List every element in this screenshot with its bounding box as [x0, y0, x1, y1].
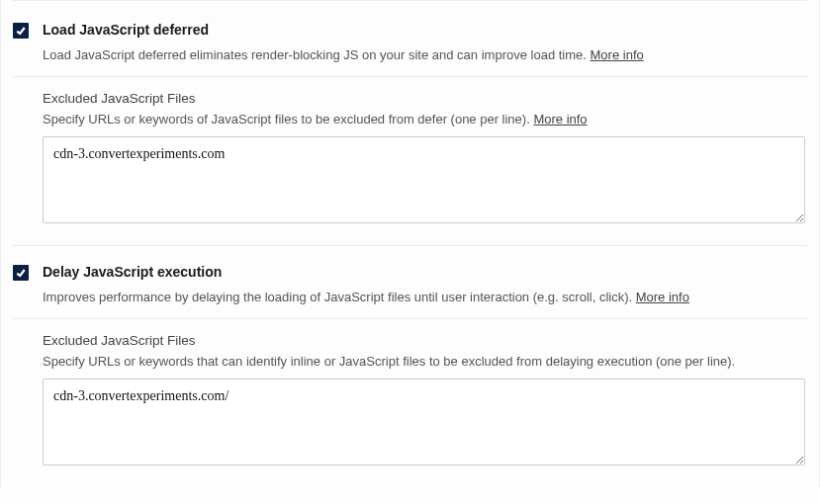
section-delay-js-execution: Delay JavaScript execution Improves perf…: [1, 246, 819, 318]
section-description-text: Improves performance by delaying the loa…: [43, 290, 632, 304]
check-icon: [15, 25, 27, 37]
settings-panel: Load JavaScript deferred Load JavaScript…: [0, 0, 820, 487]
excluded-files-textarea-deferred[interactable]: [43, 136, 805, 223]
subsection-description-text: Specify URLs or keywords that can identi…: [43, 354, 735, 369]
more-info-link[interactable]: More info: [533, 112, 587, 126]
section-header: Delay JavaScript execution Improves perf…: [13, 264, 807, 308]
delay-js-execution-checkbox[interactable]: [13, 265, 29, 281]
excluded-files-delayed: Excluded JavaScript Files Specify URLs o…: [43, 319, 807, 487]
section-body: Delay JavaScript execution Improves perf…: [43, 264, 807, 308]
checkbox-wrap: [13, 23, 31, 41]
section-load-js-deferred: Load JavaScript deferred Load JavaScript…: [1, 4, 819, 76]
section-title: Delay JavaScript execution: [43, 264, 807, 280]
subsection-description-text: Specify URLs or keywords of JavaScript f…: [43, 112, 530, 126]
excluded-files-deferred: Excluded JavaScript Files Specify URLs o…: [43, 77, 807, 245]
subsection-title: Excluded JavaScript Files: [43, 91, 807, 106]
more-info-link[interactable]: More info: [591, 47, 644, 62]
more-info-link[interactable]: More info: [636, 290, 689, 304]
subsection-description: Specify URLs or keywords of JavaScript f…: [43, 112, 807, 126]
excluded-files-textarea-delayed[interactable]: [43, 378, 805, 465]
subsection-description: Specify URLs or keywords that can identi…: [43, 354, 807, 369]
subsection-title: Excluded JavaScript Files: [43, 333, 807, 348]
section-header: Load JavaScript deferred Load JavaScript…: [13, 22, 807, 66]
load-js-deferred-checkbox[interactable]: [13, 23, 29, 39]
section-title: Load JavaScript deferred: [43, 22, 807, 38]
section-body: Load JavaScript deferred Load JavaScript…: [43, 22, 807, 66]
check-icon: [15, 267, 27, 279]
section-description: Improves performance by delaying the loa…: [43, 288, 807, 308]
checkbox-wrap: [13, 265, 31, 283]
section-description: Load JavaScript deferred eliminates rend…: [43, 45, 807, 66]
section-description-text: Load JavaScript deferred eliminates rend…: [43, 47, 587, 62]
